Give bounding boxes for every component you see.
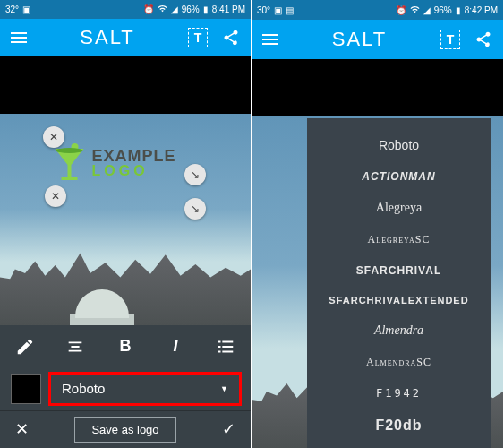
font-dropdown[interactable]: Roboto ▼ [50, 374, 240, 404]
wifi-icon [410, 4, 420, 16]
cancel-button[interactable]: ✕ [11, 419, 32, 439]
status-bar: 32° ▣ ⏰ ◢ 96% ▮ 8:41 PM [0, 0, 251, 19]
phone-right-screenshot: 30° ▣ ▤ ⏰ ◢ 96% ▮ 8:42 PM SALT T [252, 0, 503, 448]
font-picker-panel[interactable]: Roboto ACTIONMAN Alegreya AlegreyaSC SFA… [307, 118, 491, 448]
canvas-black-top [0, 56, 251, 114]
editor-canvas[interactable]: EXAMPLE LOGO ✕ ✕ ↘ ↘ [0, 56, 251, 325]
color-swatch[interactable] [11, 374, 41, 404]
dropbox-icon: ▣ [274, 5, 282, 15]
battery-text: 96% [434, 5, 452, 15]
notification-icon: ▤ [286, 5, 294, 15]
alarm-icon: ⏰ [396, 5, 406, 15]
phone-left-screenshot: 32° ▣ ⏰ ◢ 96% ▮ 8:41 PM SALT T [0, 0, 252, 448]
text-tool-button[interactable]: T [188, 28, 208, 47]
text-toolbar: B I [0, 325, 251, 366]
background-image: EXAMPLE LOGO ✕ ✕ ↘ ↘ [0, 114, 251, 325]
font-option-abeezee[interactable]: ABeeZee [311, 443, 487, 448]
edit-pencil-button[interactable] [12, 333, 38, 360]
temp-indicator: 32° [5, 4, 19, 14]
font-option-f20db[interactable]: F20db [311, 409, 487, 443]
clock-text: 8:42 PM [465, 5, 498, 15]
editor-canvas[interactable]: PLE O Roboto ACTIONMAN Alegreya Alegreya… [252, 59, 503, 448]
logo-overlay[interactable]: EXAMPLE LOGO [52, 141, 200, 185]
canvas-black-top [252, 59, 503, 116]
clock-text: 8:41 PM [212, 4, 245, 14]
font-option-f1942[interactable]: F1942 [311, 378, 487, 409]
status-right: ⏰ ◢ 96% ▮ 8:41 PM [143, 4, 245, 15]
font-option-actionman[interactable]: ACTIONMAN [311, 161, 487, 192]
temp-indicator: 30° [257, 5, 270, 15]
app-title: SALT [286, 28, 433, 51]
alarm-icon: ⏰ [143, 4, 154, 14]
font-row: Roboto ▼ [0, 367, 251, 410]
dropbox-icon: ▣ [22, 4, 30, 14]
text-tool-button[interactable]: T [440, 30, 460, 49]
signal-icon: ◢ [423, 5, 431, 15]
font-option-almendra[interactable]: Almendra [311, 314, 487, 347]
font-option-alegreya[interactable]: Alegreya [311, 192, 487, 224]
italic-button[interactable]: I [162, 333, 189, 360]
align-button[interactable] [62, 333, 89, 360]
font-dropdown-label: Roboto [62, 381, 105, 396]
bottom-bar: ✕ Save as logo ✓ [0, 410, 251, 448]
martini-icon [52, 143, 88, 183]
font-option-almendrasc[interactable]: AlmendraSC [311, 347, 487, 378]
app-title: SALT [34, 26, 181, 49]
app-bar: SALT T [0, 19, 251, 56]
chevron-down-icon: ▼ [220, 384, 228, 393]
font-option-alegreyasc[interactable]: AlegreyaSC [311, 224, 487, 255]
app-bar: SALT T [252, 20, 503, 59]
font-option-sfarchrivalextended[interactable]: SFARCHRIVALEXTENDED [311, 286, 487, 314]
logo-line2: LOGO [92, 164, 176, 178]
menu-icon[interactable] [262, 34, 278, 45]
logo-line1: EXAMPLE [92, 148, 176, 164]
confirm-button[interactable]: ✓ [218, 419, 240, 439]
status-bar: 30° ▣ ▤ ⏰ ◢ 96% ▮ 8:42 PM [252, 0, 503, 20]
battery-icon: ▮ [456, 5, 461, 15]
share-button[interactable] [222, 29, 240, 47]
list-button[interactable] [212, 333, 239, 360]
bold-button[interactable]: B [112, 333, 139, 360]
battery-text: 96% [182, 4, 200, 14]
signal-icon: ◢ [171, 4, 178, 14]
wifi-icon [158, 4, 167, 15]
battery-icon: ▮ [203, 4, 209, 14]
status-left: 32° ▣ [5, 4, 30, 14]
font-option-sfarchrival[interactable]: SFARCHRIVAL [311, 255, 487, 286]
font-option-roboto[interactable]: Roboto [311, 129, 487, 161]
share-button[interactable] [474, 30, 492, 48]
status-right: ⏰ ◢ 96% ▮ 8:42 PM [396, 4, 498, 16]
menu-icon[interactable] [11, 32, 27, 43]
status-left: 30° ▣ ▤ [257, 5, 294, 15]
save-as-logo-button[interactable]: Save as logo [74, 417, 175, 443]
logo-text: EXAMPLE LOGO [92, 148, 176, 178]
svg-point-1 [56, 148, 83, 153]
